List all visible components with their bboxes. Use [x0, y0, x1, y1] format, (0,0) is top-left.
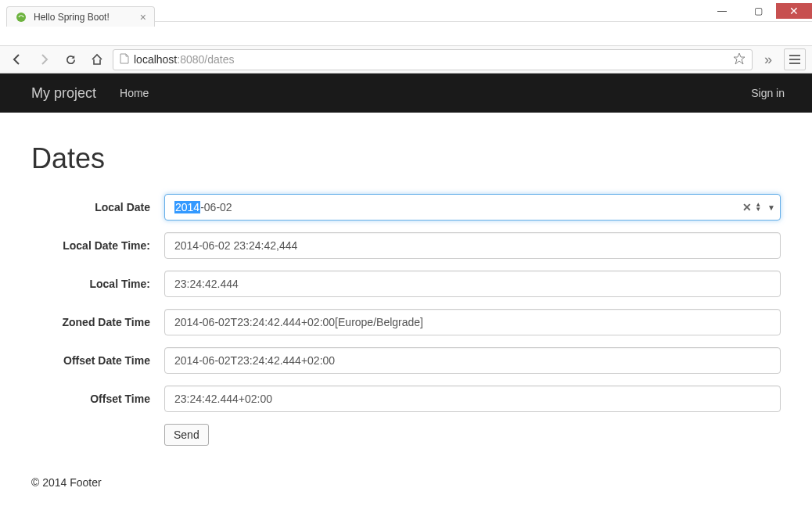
label-offset-date-time: Offset Date Time: [31, 354, 164, 367]
label-zoned-date-time: Zoned Date Time: [31, 316, 164, 328]
svg-point-0: [16, 13, 26, 22]
page-content: Dates Local Date 2014-06-02 ✕ ▲▼ ▼ Local…: [0, 113, 812, 473]
local-date-value: 2014-06-02: [174, 201, 232, 213]
back-button[interactable]: [6, 48, 28, 70]
row-local-date: Local Date 2014-06-02 ✕ ▲▼ ▼: [31, 194, 781, 221]
row-local-date-time: Local Date Time: 2014-06-02 23:24:42,444: [31, 232, 781, 259]
forward-button[interactable]: [33, 48, 55, 70]
page-footer: © 2014 Footer: [0, 473, 812, 492]
home-button[interactable]: [86, 48, 108, 70]
row-offset-date-time: Offset Date Time 2014-06-02T23:24:42.444…: [31, 347, 781, 374]
page-title: Dates: [31, 142, 781, 175]
input-local-date[interactable]: 2014-06-02 ✕ ▲▼ ▼: [164, 194, 781, 221]
row-offset-time: Offset Time 23:24:42.444+02:00: [31, 386, 781, 412]
label-local-time: Local Time:: [31, 278, 164, 290]
date-clear-icon[interactable]: ✕: [742, 201, 752, 213]
address-bar[interactable]: localhost:8080/dates: [113, 49, 753, 70]
tab-strip: Hello Spring Boot! ×: [0, 3, 155, 27]
spring-favicon-icon: [15, 11, 27, 23]
browser-window: — ▢ ✕ Hello Spring Boot! ×: [0, 0, 812, 520]
input-offset-date-time[interactable]: 2014-06-02T23:24:42.444+02:00: [164, 347, 781, 374]
date-input-controls: ✕ ▲▼ ▼: [742, 201, 775, 213]
input-offset-time[interactable]: 23:24:42.444+02:00: [164, 386, 781, 412]
input-zoned-date-time[interactable]: 2014-06-02T23:24:42.444+02:00[Europe/Bel…: [164, 309, 781, 335]
chrome-menu-button[interactable]: [784, 48, 806, 70]
input-local-time[interactable]: 23:24:42.444: [164, 271, 781, 297]
window-close-button[interactable]: ✕: [776, 3, 812, 19]
label-offset-time: Offset Time: [31, 393, 164, 405]
date-picker-toggle-icon[interactable]: ▼: [767, 203, 775, 212]
row-local-time: Local Time: 23:24:42.444: [31, 271, 781, 297]
browser-tab[interactable]: Hello Spring Boot! ×: [6, 6, 155, 27]
tab-title: Hello Spring Boot!: [34, 12, 110, 23]
label-local-date-time: Local Date Time:: [31, 239, 164, 252]
window-maximize-button[interactable]: ▢: [740, 3, 776, 19]
nav-link-signin[interactable]: Sign in: [739, 87, 796, 99]
window-minimize-button[interactable]: —: [704, 3, 740, 19]
tab-close-icon[interactable]: ×: [140, 11, 146, 23]
label-local-date: Local Date: [31, 201, 164, 213]
browser-toolbar: localhost:8080/dates »: [0, 45, 812, 74]
url-text: localhost:8080/dates: [134, 53, 234, 66]
page-icon: [120, 53, 129, 66]
date-spinner-icon[interactable]: ▲▼: [755, 203, 761, 212]
extensions-overflow-button[interactable]: »: [757, 48, 779, 70]
navbar-brand[interactable]: My project: [16, 85, 108, 102]
input-local-date-time[interactable]: 2014-06-02 23:24:42,444: [164, 232, 781, 259]
row-submit: Send: [31, 424, 781, 446]
row-zoned-date-time: Zoned Date Time 2014-06-02T23:24:42.444+…: [31, 309, 781, 335]
reload-button[interactable]: [59, 48, 81, 70]
nav-link-home[interactable]: Home: [108, 87, 160, 99]
app-navbar: My project Home Sign in: [0, 74, 812, 113]
send-button[interactable]: Send: [164, 424, 209, 446]
bookmark-star-icon[interactable]: [733, 52, 746, 67]
